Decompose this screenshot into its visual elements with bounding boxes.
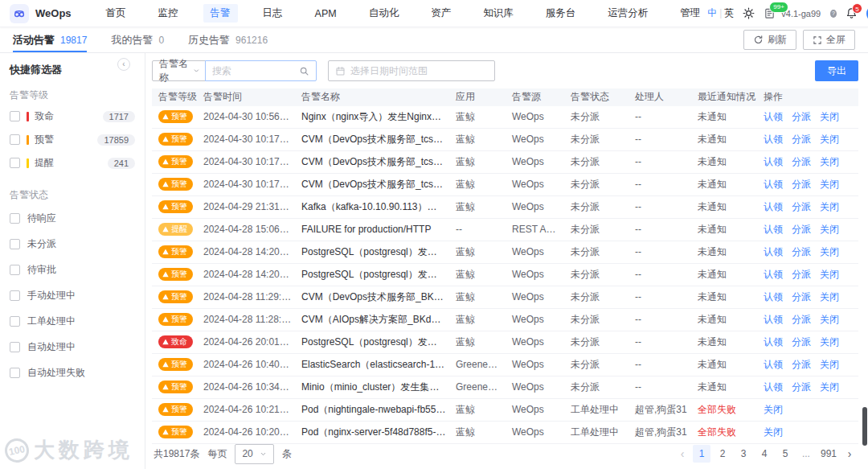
next-page-button[interactable]: › (842, 447, 857, 460)
action-close[interactable]: 关闭 (820, 246, 839, 257)
action-assign[interactable]: 分派 (792, 314, 811, 325)
action-assign[interactable]: 分派 (792, 246, 811, 257)
action-close[interactable]: 关闭 (764, 404, 783, 415)
theme-toggle-button[interactable] (743, 7, 755, 19)
page-3[interactable]: 3 (735, 445, 752, 463)
checkbox[interactable] (10, 265, 20, 275)
nav-item-automation[interactable]: 自动化 (362, 4, 407, 23)
action-close[interactable]: 关闭 (820, 291, 839, 302)
nav-item-monitor[interactable]: 监控 (151, 4, 186, 23)
nav-item-operation-analysis[interactable]: 运营分析 (600, 4, 655, 23)
action-close[interactable]: 关闭 (820, 111, 839, 122)
action-close[interactable]: 关闭 (820, 336, 839, 348)
filter-status-ticket-processing[interactable]: 工单处理中 (10, 312, 135, 331)
tab-active-alarms[interactable]: 活动告警19817 (13, 27, 87, 52)
checkbox[interactable] (10, 134, 20, 145)
action-claim[interactable]: 认领 (764, 201, 783, 212)
action-assign[interactable]: 分派 (792, 134, 811, 145)
sidebar-collapse-button[interactable]: ‹ (117, 58, 130, 71)
action-claim[interactable]: 认领 (764, 134, 783, 145)
checkbox[interactable] (10, 316, 20, 327)
action-assign[interactable]: 分派 (792, 381, 811, 393)
action-assign[interactable]: 分派 (792, 336, 811, 348)
notifications-button[interactable]: 5 (845, 7, 858, 19)
action-assign[interactable]: 分派 (792, 156, 811, 167)
action-claim[interactable]: 认领 (764, 156, 783, 167)
changelog-button[interactable]: 99+ (764, 7, 776, 19)
action-claim[interactable]: 认领 (764, 111, 783, 122)
filter-level-warning[interactable]: 预警17859 (10, 130, 135, 149)
action-close[interactable]: 关闭 (820, 224, 839, 235)
filter-status-unassigned[interactable]: 未分派 (10, 235, 135, 253)
filter-status-pending-response[interactable]: 待响应 (10, 209, 135, 228)
action-assign[interactable]: 分派 (792, 111, 811, 122)
prev-page-button[interactable]: ‹ (675, 447, 690, 460)
checkbox[interactable] (10, 368, 20, 378)
help-icon[interactable]: ? (830, 10, 837, 18)
page-2[interactable]: 2 (714, 445, 731, 463)
page-991[interactable]: 991 (818, 445, 839, 463)
action-close[interactable]: 关闭 (820, 179, 839, 190)
nav-item-service-desk[interactable]: 服务台 (538, 4, 583, 23)
action-close[interactable]: 关闭 (820, 156, 839, 167)
filter-status-auto-failed[interactable]: 自动处理失败 (10, 364, 135, 382)
action-claim[interactable]: 认领 (764, 381, 783, 393)
fullscreen-button[interactable]: 全屏 (803, 30, 855, 50)
checkbox[interactable] (10, 239, 20, 249)
checkbox[interactable] (10, 290, 20, 301)
alarm-field-select[interactable]: 告警名称 (152, 60, 206, 81)
scrollbar-thumb[interactable] (862, 407, 867, 446)
search-input[interactable] (212, 65, 299, 76)
action-close[interactable]: 关闭 (764, 426, 783, 438)
nav-item-log[interactable]: 日志 (256, 4, 290, 23)
filter-level-fatal[interactable]: 致命1717 (10, 107, 135, 125)
action-claim[interactable]: 认领 (764, 359, 783, 370)
action-claim[interactable]: 认领 (764, 179, 783, 190)
page-5[interactable]: 5 (776, 445, 794, 463)
brand[interactable]: WeOps (10, 4, 72, 23)
action-assign[interactable]: 分派 (792, 269, 811, 280)
action-assign[interactable]: 分派 (792, 224, 811, 235)
action-claim[interactable]: 认领 (764, 336, 783, 348)
page-1[interactable]: 1 (693, 445, 710, 463)
action-claim[interactable]: 认领 (764, 291, 783, 302)
action-close[interactable]: 关闭 (820, 134, 839, 145)
filter-status-pending-approval[interactable]: 待审批 (10, 261, 135, 279)
nav-item-apm[interactable]: APM (308, 6, 344, 22)
lang-en[interactable]: 英 (724, 7, 734, 19)
nav-item-asset[interactable]: 资产 (424, 4, 458, 23)
lang-zh[interactable]: 中 (707, 7, 717, 19)
tab-my-alarms[interactable]: 我的告警0 (111, 27, 164, 52)
per-page-select[interactable]: 20 (235, 444, 273, 464)
action-assign[interactable]: 分派 (792, 201, 811, 212)
action-close[interactable]: 关闭 (820, 201, 839, 212)
filter-level-reminder[interactable]: 提醒241 (10, 154, 135, 172)
action-close[interactable]: 关闭 (820, 381, 839, 393)
export-button[interactable]: 导出 (815, 60, 858, 81)
language-toggle[interactable]: 中|英 (707, 6, 734, 20)
nav-item-home[interactable]: 首页 (99, 4, 133, 23)
action-assign[interactable]: 分派 (792, 359, 811, 370)
action-assign[interactable]: 分派 (792, 179, 811, 190)
checkbox[interactable] (10, 158, 20, 168)
action-claim[interactable]: 认领 (764, 224, 783, 235)
nav-item-knowledge[interactable]: 知识库 (476, 4, 521, 23)
action-claim[interactable]: 认领 (764, 246, 783, 257)
action-close[interactable]: 关闭 (820, 359, 839, 370)
checkbox[interactable] (10, 342, 20, 352)
filter-status-auto-processing[interactable]: 自动处理中 (10, 338, 135, 356)
page-4[interactable]: 4 (755, 445, 773, 463)
date-range-input[interactable] (350, 65, 488, 76)
action-claim[interactable]: 认领 (764, 314, 783, 325)
action-claim[interactable]: 认领 (764, 269, 783, 280)
tab-history-alarms[interactable]: 历史告警961216 (188, 27, 268, 52)
nav-item-alarm[interactable]: 告警 (203, 4, 238, 23)
checkbox[interactable] (10, 111, 20, 121)
action-close[interactable]: 关闭 (820, 269, 839, 280)
refresh-button[interactable]: 刷新 (743, 30, 796, 50)
action-close[interactable]: 关闭 (820, 314, 839, 325)
action-assign[interactable]: 分派 (792, 291, 811, 302)
nav-item-admin[interactable]: 管理 (673, 4, 707, 23)
checkbox[interactable] (10, 213, 20, 224)
filter-status-manual-processing[interactable]: 手动处理中 (10, 286, 135, 305)
